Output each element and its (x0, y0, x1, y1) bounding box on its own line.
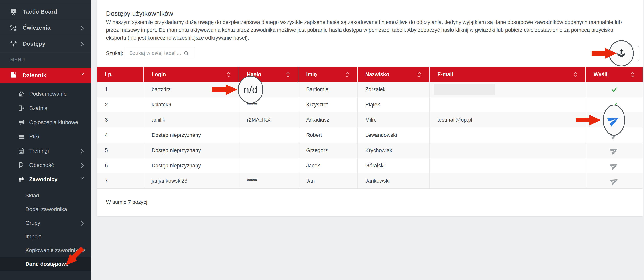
cell-nazwisko: Jankowski (358, 173, 430, 188)
sidebar-item-podsumowanie[interactable]: Podsumowanie (0, 87, 91, 101)
cell-email (430, 128, 586, 143)
sort-icon[interactable] (417, 72, 421, 78)
sidebar-item-label: Dodaj zawodnika (25, 206, 67, 212)
cell-imie: Krzysztof (298, 97, 358, 112)
cell-nazwisko: Góralski (358, 158, 430, 173)
cell-nazwisko: Milik (358, 112, 430, 128)
cell-haslo (239, 143, 298, 158)
column-header-wyslij[interactable]: Wyślij (586, 67, 643, 82)
sidebar-item-label: Ćwiczenia (23, 25, 50, 31)
column-header-login[interactable]: Login (144, 67, 239, 82)
sidebar-item-grupy[interactable]: Grupy (0, 216, 91, 230)
cell-login: janjankowski23 (144, 173, 239, 188)
cell-imie: Bartłomiej (298, 82, 358, 97)
sidebar-item-dziennik[interactable]: Dziennik (0, 68, 91, 83)
annotation-circle-password: n/d (238, 76, 263, 104)
cell-imie: Robert (298, 128, 358, 143)
sidebar-item-label: Pliki (29, 134, 39, 140)
send-email-icon[interactable] (609, 160, 620, 171)
sidebar-item-label: Kopiowanie zawodników (25, 247, 85, 253)
sidebar-item-label: Grupy (25, 220, 40, 226)
sidebar-item-szatnia[interactable]: Szatnia (0, 101, 91, 115)
cell-email (430, 143, 586, 158)
home-icon (18, 91, 24, 97)
column-header-nazwisko[interactable]: Nazwisko (358, 67, 430, 82)
sidebar-item-label: Import (25, 233, 41, 240)
table-row: 2 kpiatek9 ***** Krzysztof Piątek (97, 97, 643, 112)
cell-wyslij[interactable] (586, 158, 643, 173)
megaphone-icon (18, 119, 24, 126)
sidebar-item-pliki[interactable]: Pliki (0, 129, 91, 144)
cell-wyslij (586, 82, 643, 97)
sidebar: Tactic Board Ćwiczenia Dostępy MENU Dzie… (0, 0, 91, 280)
cell-lp: 4 (97, 128, 144, 143)
redacted-email (434, 84, 495, 95)
cell-haslo (239, 158, 298, 173)
page-description: W naszym systemie przykładamy dużą uwagę… (106, 18, 634, 42)
chevron-right-icon (80, 25, 84, 31)
sidebar-item-kopiowanie-zawodnikow[interactable]: Kopiowanie zawodników (0, 243, 91, 257)
sidebar-item-dane-dostepowe[interactable]: Dane dostępowe (0, 257, 91, 271)
sidebar-item-label: Dziennik (23, 72, 46, 79)
sidebar-item-tactic-board[interactable]: Tactic Board (0, 4, 91, 20)
send-email-icon[interactable] (609, 145, 620, 156)
cell-email (430, 97, 586, 112)
spacer (0, 186, 91, 189)
cell-login: amilik (144, 112, 239, 128)
sidebar-item-dodaj-zawodnika[interactable]: Dodaj zawodnika (0, 202, 91, 216)
export-icon[interactable] (616, 49, 626, 58)
sidebar-item-label: Podsumowanie (29, 91, 66, 97)
sidebar-item-treningi[interactable]: 31 Treningi (0, 144, 91, 158)
send-email-active-icon[interactable] (606, 112, 622, 128)
players-icon (18, 176, 24, 183)
table-header-row: Lp. Login Hasło Imię Nazwisko E-mail Wyś… (97, 67, 643, 82)
sort-icon[interactable] (573, 72, 578, 78)
search-input[interactable] (124, 47, 195, 59)
attendance-icon (18, 162, 24, 168)
cell-email (430, 173, 586, 188)
sort-icon[interactable] (226, 72, 231, 78)
sidebar-item-label: Szatnia (29, 105, 48, 111)
cell-wyslij[interactable] (586, 173, 643, 188)
sort-icon[interactable] (630, 72, 635, 78)
cell-wyslij[interactable] (586, 143, 643, 158)
sidebar-item-dostepy[interactable]: Dostępy (0, 36, 91, 52)
sidebar-item-label: Zawodnicy (29, 176, 58, 183)
annotation-circle-send (603, 105, 625, 136)
cell-haslo[interactable]: ***** (239, 173, 298, 188)
access-users-icon (10, 40, 17, 48)
cell-login: bartzdrz (144, 82, 239, 97)
sidebar-item-obecnosc[interactable]: Obecność (0, 158, 91, 172)
sidebar-item-label: Skład (25, 192, 39, 199)
column-header-email[interactable]: E-mail (430, 67, 586, 82)
sidebar-item-import[interactable]: Import (0, 230, 91, 243)
sent-check-icon (611, 86, 618, 93)
sidebar-item-zawodnicy[interactable]: Zawodnicy (0, 172, 91, 186)
cell-nazwisko: Krychowiak (358, 143, 430, 158)
sidebar-item-label: Treningi (29, 148, 49, 154)
calendar-icon: 31 (18, 148, 24, 154)
sort-icon[interactable] (345, 72, 349, 78)
password-nd-value: n/d (244, 84, 258, 96)
sidebar-item-ogloszenia-klubowe[interactable]: Ogłoszenia klubowe (0, 115, 91, 129)
sort-icon[interactable] (286, 72, 290, 78)
cell-nazwisko: Lewandowski (358, 128, 430, 143)
cell-lp: 5 (97, 143, 144, 158)
cell-haslo (239, 128, 298, 143)
sidebar-item-sklad[interactable]: Skład (0, 189, 91, 202)
cell-login: Dostęp nieprzyznany (144, 158, 239, 173)
chevron-down-icon (80, 176, 84, 182)
search-label: Szukaj: (106, 50, 123, 57)
send-email-icon[interactable] (609, 175, 620, 186)
sidebar-item-cwiczenia[interactable]: Ćwiczenia (0, 20, 91, 36)
sidebar-section-label: MENU (0, 52, 91, 68)
table-row: 4 Dostęp nieprzyznany Robert Lewandowski (97, 128, 643, 143)
svg-text:31: 31 (20, 150, 23, 153)
cell-haslo[interactable]: r2MAcfKX (239, 112, 298, 128)
cell-login: Dostęp nieprzyznany (144, 143, 239, 158)
column-header-imie[interactable]: Imię (298, 67, 358, 82)
users-access-table: Lp. Login Hasło Imię Nazwisko E-mail Wyś… (97, 67, 643, 189)
table-row: 3 amilik r2MAcfKX Arkadiusz Milik testma… (97, 112, 643, 128)
table-row: 1 bartzdrz Bartłomiej Zdrzałek (97, 82, 643, 97)
tactic-board-icon (10, 8, 17, 16)
